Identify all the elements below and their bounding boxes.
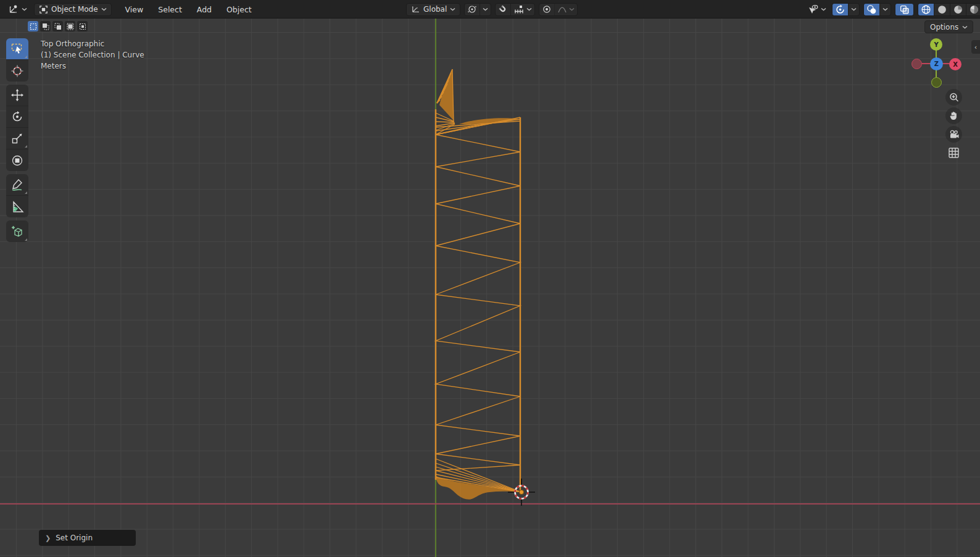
chevron-down-icon xyxy=(569,7,575,11)
menu-add[interactable]: Add xyxy=(191,0,218,19)
orientation-global-icon xyxy=(411,5,420,14)
xray-icon xyxy=(899,4,910,15)
tool-move[interactable] xyxy=(6,85,28,106)
select-mode-extend[interactable] xyxy=(40,21,51,31)
editor-3d-viewport-icon xyxy=(8,4,19,14)
tool-measure[interactable] xyxy=(6,196,28,217)
proportional-editing-icon xyxy=(542,4,552,14)
snap-magnet-toggle[interactable] xyxy=(496,4,510,15)
xray-group xyxy=(895,3,914,16)
shading-solid-button[interactable] xyxy=(934,4,950,15)
units-text: Meters xyxy=(41,61,144,72)
hand-icon xyxy=(949,111,959,121)
select-mode-invert[interactable] xyxy=(65,21,75,31)
viewport-info-text: Top Orthographic (1) Scene Collection | … xyxy=(41,38,144,72)
show-gizmos-toggle[interactable] xyxy=(833,4,848,15)
toggle-projection-button[interactable] xyxy=(945,144,962,161)
show-overlays-toggle[interactable] xyxy=(864,4,879,15)
chevron-right-icon: ❯ xyxy=(45,534,51,542)
snap-increment-icon xyxy=(513,4,524,14)
tool-scale[interactable] xyxy=(6,128,28,149)
rotate-icon xyxy=(10,110,24,124)
chevron-down-icon xyxy=(526,7,532,11)
shading-rendered-button[interactable] xyxy=(966,4,980,15)
toggle-xray-button[interactable] xyxy=(895,4,913,15)
measure-icon xyxy=(10,200,24,214)
gizmo-y-label: Y xyxy=(934,41,938,48)
overlays-group xyxy=(863,3,891,16)
menu-select[interactable]: Select xyxy=(152,0,188,19)
menu-object[interactable]: Object xyxy=(220,0,258,19)
operator-panel-label: Set Origin xyxy=(56,534,93,542)
gizmos-group xyxy=(832,3,860,16)
select-mode-set[interactable] xyxy=(28,21,38,31)
move-icon xyxy=(10,88,24,102)
proportional-group xyxy=(539,3,578,16)
tool-rotate[interactable] xyxy=(6,106,28,128)
transform-orientation-dropdown[interactable]: Global xyxy=(406,3,460,16)
annotate-icon xyxy=(10,178,24,191)
sidebar-toggle-tab[interactable]: ‹ xyxy=(971,40,980,54)
gizmo-x-label: X xyxy=(953,61,958,68)
tool-annotate[interactable] xyxy=(6,174,28,196)
tool-select-box[interactable] xyxy=(6,38,28,60)
topbar: Object Mode View Select Add Object Globa… xyxy=(0,0,980,19)
chevron-down-icon xyxy=(821,7,826,11)
select-mode-intersect[interactable] xyxy=(77,21,88,31)
gizmos-icon xyxy=(835,4,845,15)
shading-wireframe-button[interactable] xyxy=(918,4,934,15)
grid-ortho-icon xyxy=(948,147,960,159)
object-types-visibility-dropdown[interactable] xyxy=(805,3,828,16)
gizmo-axis-x[interactable]: X xyxy=(949,58,961,70)
chevron-down-icon xyxy=(22,7,27,11)
menu-view[interactable]: View xyxy=(119,0,150,19)
shading-wireframe-icon xyxy=(921,4,931,15)
pivot-point-dropdown[interactable] xyxy=(464,3,491,16)
cursor-3d xyxy=(504,475,539,509)
camera-view-button[interactable] xyxy=(945,126,962,143)
pivot-point-icon xyxy=(465,4,480,15)
chevron-left-icon: ‹ xyxy=(974,43,977,51)
toolbar xyxy=(6,38,28,242)
gizmo-axis-y[interactable]: Y xyxy=(930,38,942,51)
proportional-editing-toggle[interactable] xyxy=(539,4,554,15)
camera-icon xyxy=(949,129,960,140)
gizmos-dropdown[interactable] xyxy=(848,4,859,15)
transform-icon xyxy=(10,154,24,167)
shading-material-button[interactable] xyxy=(950,4,966,15)
navigation-gizmo[interactable]: Y Z X xyxy=(910,38,963,91)
chevron-down-icon xyxy=(851,7,857,11)
operator-panel-set-origin[interactable]: ❯ Set Origin xyxy=(39,530,136,546)
visibility-icon xyxy=(807,4,819,14)
magnet-icon xyxy=(498,4,508,14)
tool-transform[interactable] xyxy=(6,149,28,171)
shading-rendered-icon xyxy=(969,4,979,15)
editor-type-button[interactable] xyxy=(4,3,31,16)
collection-text: (1) Scene Collection | Curve xyxy=(41,49,144,61)
tool-add-cube[interactable] xyxy=(6,220,28,242)
select-box-icon xyxy=(10,42,24,56)
curve-object[interactable] xyxy=(0,19,980,557)
mode-dropdown[interactable]: Object Mode xyxy=(34,3,112,16)
options-button[interactable]: Options xyxy=(924,20,973,33)
gizmo-z-label: Z xyxy=(934,61,939,67)
view-name-text: Top Orthographic xyxy=(41,38,144,49)
zoom-button[interactable] xyxy=(945,89,962,106)
snap-target-dropdown[interactable] xyxy=(510,4,534,15)
snap-group xyxy=(495,3,535,16)
falloff-curve-icon xyxy=(557,4,567,14)
select-mode-subtract[interactable] xyxy=(52,21,63,31)
overlays-icon xyxy=(866,4,877,15)
tool-cursor[interactable] xyxy=(6,60,28,82)
gizmo-axis-x-neg[interactable] xyxy=(911,59,922,69)
scale-icon xyxy=(10,132,24,145)
gizmo-axis-y-neg[interactable] xyxy=(931,77,942,88)
gizmo-axis-z[interactable]: Z xyxy=(930,57,943,70)
options-label: Options xyxy=(930,23,958,31)
overlays-dropdown[interactable] xyxy=(879,4,891,15)
select-mode-row xyxy=(28,21,88,31)
shading-material-icon xyxy=(953,4,963,15)
proportional-falloff-dropdown[interactable] xyxy=(554,4,577,15)
viewport-3d[interactable]: Top Orthographic (1) Scene Collection | … xyxy=(0,19,980,557)
pan-button[interactable] xyxy=(945,107,962,124)
